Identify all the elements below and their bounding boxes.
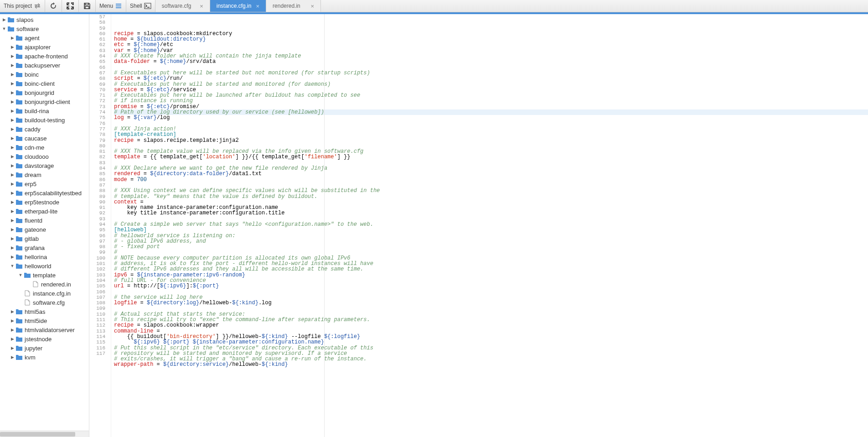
tree-folder[interactable]: ▶apache-frontend: [0, 52, 89, 61]
tree-toggle-icon[interactable]: ▶: [10, 127, 15, 131]
refresh-button[interactable]: [45, 0, 62, 12]
tree-folder[interactable]: ▶jupyter: [0, 343, 89, 353]
tree-folder[interactable]: ▶cdn-me: [0, 143, 89, 152]
tree-folder[interactable]: ▶cloudooo: [0, 152, 89, 161]
code-line[interactable]: # helloworld service is listening on:: [114, 233, 868, 239]
tree-toggle-icon[interactable]: ▶: [10, 209, 15, 213]
horizontal-scrollbar[interactable]: [0, 431, 89, 437]
tree-toggle-icon[interactable]: ▶: [10, 172, 15, 177]
code-line[interactable]: # Create a simple web server that says "…: [114, 222, 868, 227]
tree-folder[interactable]: ▶htmlvalidatorserver: [0, 325, 89, 334]
tree-toggle-icon[interactable]: ▶: [10, 145, 15, 150]
tree-folder[interactable]: ▶buildout-testing: [0, 115, 89, 125]
code-line[interactable]: rendered = ${directory:data-folder}/data…: [114, 171, 868, 177]
tree-toggle-icon[interactable]: ▶: [10, 328, 15, 332]
code-line[interactable]: template = {{ template_get['location'] }…: [114, 154, 868, 160]
fullscreen-button[interactable]: [62, 0, 79, 12]
tree-toggle-icon[interactable]: ▶: [10, 81, 15, 86]
file-tree[interactable]: ▶slapos▼software▶agent▶ajaxplorer▶apache…: [0, 14, 89, 431]
save-button[interactable]: [79, 0, 96, 12]
tree-toggle-icon[interactable]: ▶: [10, 227, 15, 232]
tree-folder[interactable]: ▼template: [0, 271, 89, 280]
tree-folder[interactable]: ▶bonjourgrid: [0, 88, 89, 97]
code-line[interactable]: [114, 289, 868, 295]
tree-toggle-icon[interactable]: ▶: [10, 245, 15, 250]
code-line[interactable]: # if instance is running: [114, 98, 868, 104]
tree-folder[interactable]: ▶html5ide: [0, 316, 89, 325]
tree-folder[interactable]: ▶slapos: [0, 15, 89, 24]
tree-toggle-icon[interactable]: ▶: [10, 346, 15, 350]
code-line[interactable]: key title instance-parameter:configurati…: [114, 210, 868, 216]
tree-toggle-icon[interactable]: ▶: [10, 136, 15, 140]
tree-toggle-icon[interactable]: ▶: [10, 218, 15, 223]
code-line[interactable]: # Executables put here will be launched …: [114, 93, 868, 98]
tree-folder[interactable]: ▶etherpad-lite: [0, 207, 89, 216]
tree-folder[interactable]: ▶erp5: [0, 179, 89, 188]
tree-toggle-icon[interactable]: ▶: [10, 236, 15, 241]
tree-toggle-icon[interactable]: ▶: [10, 36, 15, 40]
tree-folder[interactable]: ▶gateone: [0, 225, 89, 234]
close-icon[interactable]: ×: [310, 3, 314, 10]
code-line[interactable]: ipv6 = ${instance-parameter:ipv6-random}: [114, 272, 868, 278]
tree-folder[interactable]: ▶jstestnode: [0, 334, 89, 343]
tree-toggle-icon[interactable]: ▶: [10, 355, 15, 359]
tree-folder[interactable]: ▶davstorage: [0, 161, 89, 170]
code-line[interactable]: # Executables put here will be started b…: [114, 70, 868, 76]
tree-folder[interactable]: ▶hellorina: [0, 252, 89, 261]
tree-folder[interactable]: ▶erp5scalabilitytestbed: [0, 188, 89, 198]
code-line[interactable]: mode = 700: [114, 177, 868, 182]
tree-folder[interactable]: ▶html5as: [0, 307, 89, 316]
tree-toggle-icon[interactable]: ▶: [10, 90, 15, 95]
code-line[interactable]: # - global IPv6 address, and: [114, 239, 868, 244]
code-line[interactable]: # - fixed port: [114, 244, 868, 250]
tree-folder[interactable]: ▼helloworld: [0, 261, 89, 271]
code-line[interactable]: [114, 368, 868, 373]
code-line[interactable]: log = ${:var}/log: [114, 115, 868, 120]
tree-folder[interactable]: ▶kvm: [0, 353, 89, 362]
code-line[interactable]: # template. "key" means that the value i…: [114, 194, 868, 199]
tree-toggle-icon[interactable]: ▶: [10, 99, 15, 104]
tree-folder[interactable]: ▶backupserver: [0, 61, 89, 70]
editor-tab[interactable]: software.cfg×: [155, 0, 210, 12]
tree-folder[interactable]: ▶ajaxplorer: [0, 42, 89, 52]
code-line[interactable]: url = http://[${:ipv6}]:${:port}: [114, 283, 868, 289]
tree-toggle-icon[interactable]: ▶: [10, 54, 15, 58]
editor-tab[interactable]: rendered.in×: [266, 0, 321, 12]
code-line[interactable]: data-folder = ${:home}/srv/data: [114, 59, 868, 64]
code-line[interactable]: # Path of the log directory used by our …: [114, 109, 868, 115]
code-line[interactable]: # full URL - for convenience: [114, 278, 868, 283]
tree-toggle-icon[interactable]: ▶: [10, 163, 15, 168]
code-line[interactable]: logfile = ${directory:log}/helloweb-${:k…: [114, 300, 868, 306]
code-line[interactable]: recipe = slapos.cookbook:mkdirectory: [114, 31, 868, 36]
tree-toggle-icon[interactable]: ▶: [10, 309, 15, 314]
tree-folder[interactable]: ▶caddy: [0, 125, 89, 134]
tree-folder[interactable]: ▶gitlab: [0, 234, 89, 243]
tree-toggle-icon[interactable]: ▼: [10, 264, 15, 268]
tree-folder[interactable]: ▶build-rina: [0, 106, 89, 115]
code-content[interactable]: recipe = slapos.cookbook:mkdirectoryhome…: [111, 14, 868, 437]
tree-folder[interactable]: ▶fluentd: [0, 216, 89, 225]
tree-toggle-icon[interactable]: ▶: [10, 318, 15, 323]
tree-folder[interactable]: ▶bonjourgrid-client: [0, 97, 89, 106]
tree-folder[interactable]: ▶grafana: [0, 243, 89, 252]
tree-toggle-icon[interactable]: ▶: [10, 154, 15, 159]
tree-toggle-icon[interactable]: ▶: [10, 63, 15, 68]
menu-button[interactable]: Menu: [96, 0, 126, 12]
code-line[interactable]: etc = ${:home}/etc: [114, 42, 868, 47]
code-line[interactable]: # This recipe will try to "exec" the com…: [114, 317, 868, 323]
tree-toggle-icon[interactable]: ▶: [10, 72, 15, 77]
tree-folder[interactable]: ▶erp5testnode: [0, 198, 89, 207]
code-line[interactable]: # XXX Create folder which will contain t…: [114, 53, 868, 59]
code-line[interactable]: recipe = slapos.cookbook:wrapper: [114, 323, 868, 328]
tree-folder[interactable]: ▶caucase: [0, 134, 89, 143]
close-icon[interactable]: ×: [200, 3, 203, 10]
code-line[interactable]: wrapper-path = ${directory:service}/hell…: [114, 362, 868, 367]
tree-toggle-icon[interactable]: ▶: [2, 17, 6, 22]
code-line[interactable]: [114, 121, 868, 126]
tree-toggle-icon[interactable]: ▶: [10, 182, 15, 186]
tree-file[interactable]: instance.cfg.in: [0, 289, 89, 298]
tree-folder[interactable]: ▶boinc: [0, 70, 89, 79]
tree-toggle-icon[interactable]: ▶: [10, 45, 15, 49]
tree-toggle-icon[interactable]: ▶: [10, 191, 15, 195]
tree-toggle-icon[interactable]: ▶: [10, 118, 15, 122]
